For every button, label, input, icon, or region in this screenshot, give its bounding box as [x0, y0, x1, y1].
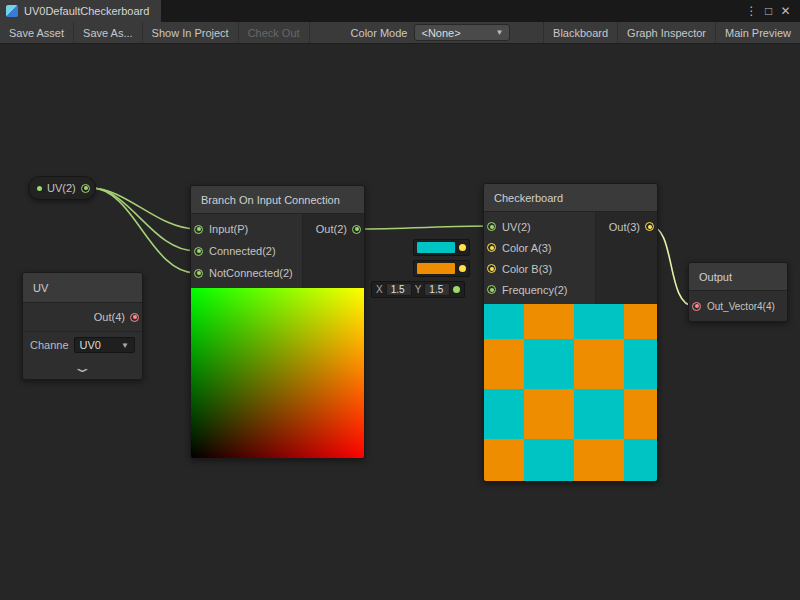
- frequency-x-input[interactable]: 1.5: [386, 283, 412, 296]
- color-b-swatch[interactable]: [417, 263, 455, 274]
- input-p-label: Input(P): [209, 223, 248, 235]
- color-a-label: Color A(3): [502, 242, 552, 254]
- chevron-down-icon: ▼: [121, 341, 129, 350]
- checkerboard-output-column: Out(3): [595, 212, 657, 304]
- color-mode-dropdown[interactable]: <None> ▼: [414, 24, 510, 41]
- notconnected-label: NotConnected(2): [209, 267, 293, 279]
- branch-output-column: Out(2): [302, 214, 364, 288]
- check-out-button[interactable]: Check Out: [239, 22, 310, 43]
- edge-branch-to-checkerboard[interactable]: [357, 226, 490, 229]
- node-branch-on-input-connection[interactable]: Branch On Input Connection Input(P) Conn…: [190, 185, 365, 459]
- frequency-y-input[interactable]: 1.5: [424, 283, 450, 296]
- frequency-x-label: X: [376, 284, 383, 295]
- color-a-port[interactable]: [487, 243, 496, 252]
- output-port-row: Out_Vector4(4): [689, 291, 787, 321]
- port-dot-icon: [37, 186, 42, 191]
- output-in-port[interactable]: [692, 302, 701, 311]
- frequency-connector-icon: [453, 286, 460, 293]
- collapse-preview-button[interactable]: ⌄: [23, 357, 142, 379]
- checkerboard-out-port[interactable]: [645, 222, 654, 231]
- toolbar-right-group: Blackboard Graph Inspector Main Preview: [543, 22, 800, 43]
- checkerboard-uv-port[interactable]: [487, 222, 496, 231]
- window-controls: ⋮ □ ✕: [743, 0, 800, 22]
- color-b-field[interactable]: [413, 260, 470, 277]
- color-b-port[interactable]: [487, 264, 496, 273]
- node-uv[interactable]: UV Out(4) Channe UV0 ▼ ⌄: [22, 272, 143, 380]
- color-b-connector-icon: [459, 265, 466, 272]
- output-node-title: Output: [689, 263, 787, 291]
- uv-redirect-label: UV(2): [47, 182, 76, 194]
- checkerboard-out-label: Out(3): [609, 221, 640, 233]
- input-p-port[interactable]: [194, 225, 203, 234]
- color-a-connector-icon: [459, 244, 466, 251]
- checkerboard-node-title: Checkerboard: [484, 184, 657, 212]
- menu-icon[interactable]: ⋮: [743, 4, 760, 18]
- frequency-field: X 1.5 Y 1.5: [371, 281, 465, 298]
- checkerboard-uv-label: UV(2): [502, 221, 531, 233]
- save-as-button[interactable]: Save As...: [74, 22, 143, 43]
- edge-uv-to-notconnected[interactable]: [91, 188, 196, 273]
- main-preview-toggle-button[interactable]: Main Preview: [715, 22, 800, 43]
- branch-out-port[interactable]: [352, 225, 361, 234]
- uv-redirect-output-port[interactable]: [81, 184, 90, 193]
- graph-inspector-toggle-button[interactable]: Graph Inspector: [617, 22, 715, 43]
- uv-out-label: Out(4): [94, 311, 125, 323]
- uv-out-port[interactable]: [130, 313, 139, 322]
- toolbar: Save Asset Save As... Show In Project Ch…: [0, 22, 800, 44]
- frequency-y-label: Y: [415, 284, 422, 295]
- close-icon[interactable]: ✕: [777, 4, 794, 18]
- connected-label: Connected(2): [209, 245, 276, 257]
- branch-out-label: Out(2): [316, 223, 347, 235]
- title-bar: UV0DefaultCheckerboard ⋮ □ ✕: [0, 0, 800, 22]
- color-mode-label: Color Mode: [344, 22, 415, 43]
- color-a-field[interactable]: [413, 239, 470, 256]
- channel-label: Channe: [30, 339, 69, 351]
- edge-uv-to-connected[interactable]: [91, 188, 196, 251]
- color-mode-value: <None>: [421, 27, 460, 39]
- connected-port[interactable]: [194, 247, 203, 256]
- graph-tab-title: UV0DefaultCheckerboard: [24, 5, 149, 17]
- node-checkerboard[interactable]: Checkerboard UV(2) Color A(3) Color B(3): [483, 183, 658, 482]
- channel-value: UV0: [80, 339, 101, 351]
- graph-canvas[interactable]: UV(2) Branch On Input Connection Input(P…: [0, 44, 800, 600]
- shader-graph-icon: [6, 5, 18, 17]
- channel-dropdown[interactable]: UV0 ▼: [74, 337, 135, 353]
- output-port-label: Out_Vector4(4): [707, 301, 775, 312]
- branch-node-title: Branch On Input Connection: [191, 186, 364, 214]
- maximize-icon[interactable]: □: [760, 4, 777, 18]
- color-b-label: Color B(3): [502, 263, 552, 275]
- node-output[interactable]: Output Out_Vector4(4): [688, 262, 788, 322]
- graph-tab[interactable]: UV0DefaultCheckerboard: [0, 0, 161, 22]
- show-in-project-button[interactable]: Show In Project: [143, 22, 239, 43]
- chevron-down-icon: ⌄: [72, 363, 93, 373]
- blackboard-toggle-button[interactable]: Blackboard: [543, 22, 617, 43]
- shader-graph-window: UV0DefaultCheckerboard ⋮ □ ✕ Save Asset …: [0, 0, 800, 600]
- checkerboard-preview: [484, 304, 657, 481]
- chevron-down-icon: ▼: [496, 28, 504, 37]
- edge-uv-to-input[interactable]: [91, 188, 196, 229]
- uv-gradient-preview: [191, 288, 364, 458]
- frequency-label: Frequency(2): [502, 284, 567, 296]
- uv-node-title: UV: [23, 273, 142, 303]
- save-asset-button[interactable]: Save Asset: [0, 22, 74, 43]
- color-a-swatch[interactable]: [417, 242, 455, 253]
- frequency-port[interactable]: [487, 285, 496, 294]
- node-uv-redirect[interactable]: UV(2): [28, 176, 96, 200]
- notconnected-port[interactable]: [194, 269, 203, 278]
